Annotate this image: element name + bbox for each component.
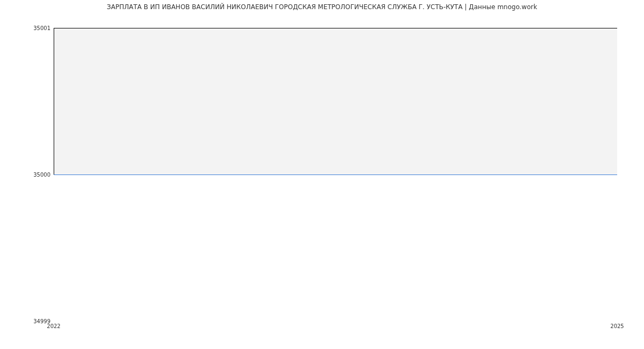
chart-title: ЗАРПЛАТА В ИП ИВАНОВ ВАСИЛИЙ НИКОЛАЕВИЧ … xyxy=(0,3,644,11)
plot-area xyxy=(54,28,617,321)
y-tick-mid: 35000 xyxy=(2,172,50,178)
x-tick-right: 2025 xyxy=(610,323,624,329)
x-tick-left: 2022 xyxy=(47,323,60,329)
chart-container: ЗАРПЛАТА В ИП ИВАНОВ ВАСИЛИЙ НИКОЛАЕВИЧ … xyxy=(0,0,644,349)
data-line xyxy=(54,174,617,175)
plot-background-upper xyxy=(54,28,617,174)
y-tick-top: 35001 xyxy=(2,25,50,31)
y-tick-bot: 34999 xyxy=(2,318,50,324)
